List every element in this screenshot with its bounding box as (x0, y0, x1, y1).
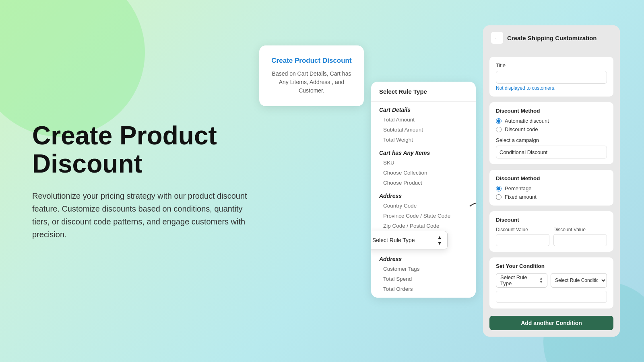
rule-item-total-weight[interactable]: Total Weight (371, 135, 476, 145)
rule-item-sku[interactable]: SKU (371, 158, 476, 168)
rule-item-subtotal-amount[interactable]: Subtotal Amount (371, 125, 476, 135)
automatic-discount-label: Automatic discount (505, 118, 549, 124)
shipping-header-title: Create Shipping Customization (507, 35, 597, 41)
rule-item-choose-collection[interactable]: Choose Collection (371, 168, 476, 178)
fixed-amount-label: Fixed amount (505, 194, 537, 200)
condition-row: Select Rule Type ▲ ▼ Select Rule Conditi… (496, 273, 607, 288)
automatic-discount-radio[interactable] (496, 118, 502, 124)
shipping-customization-card: ← Create Shipping Customization Title No… (483, 25, 620, 337)
rule-item-choose-product[interactable]: Choose Product (371, 178, 476, 188)
info-card-desc: Based on Cart Details, Cart has Any Lite… (269, 70, 354, 95)
discount-grid: Discount Value Discount Value (496, 227, 607, 246)
shipping-body: Title Not displayed to customers. Discou… (483, 50, 620, 337)
discount-code-radio[interactable] (496, 127, 502, 132)
set-condition-title: Set Your Condition (496, 263, 607, 269)
rule-item-zip-code[interactable]: Zip Code / Postal Code (371, 221, 476, 231)
rule-item-total-spend[interactable]: Total Spend (371, 274, 476, 284)
floating-select-label: Select Rule Type (372, 237, 433, 243)
rule-type-card: Select Rule Type Cart Details Total Amou… (371, 82, 476, 298)
section-address-customer: Address (371, 251, 476, 264)
discount-value-input2[interactable] (553, 234, 607, 246)
back-button[interactable]: ← (491, 32, 503, 44)
rule-item-customer-tags[interactable]: Customer Tags (371, 264, 476, 274)
section-cart-items: Cart has Any Items (371, 145, 476, 158)
hero-description: Revolutionize your pricing strategy with… (32, 189, 250, 241)
rule-type-arrows-icon: ▲ ▼ (539, 277, 543, 284)
section-address: Address (371, 188, 476, 201)
rule-type-header: Select Rule Type (371, 82, 476, 102)
discount-value-label1: Discount Value (496, 227, 549, 232)
automatic-discount-option[interactable]: Automatic discount (496, 118, 607, 124)
rule-item-total-orders[interactable]: Total Orders (371, 284, 476, 298)
discount-value-col1: Discount Value (496, 227, 549, 246)
discount-value-label2: Discount Value (553, 227, 607, 232)
discount-method2-section: Discount Method Percentage Fixed amount (489, 170, 613, 206)
fixed-amount-option[interactable]: Fixed amount (496, 194, 607, 200)
percentage-option[interactable]: Percentage (496, 185, 607, 191)
discount-value-input1[interactable] (496, 234, 549, 246)
rule-item-country-code[interactable]: Country Code (371, 201, 476, 211)
product-discount-info-card: Create Product Discount Based on Cart De… (259, 45, 364, 106)
select-arrows-icon: ▲ ▼ (437, 234, 442, 246)
hero-section: Create Product Discount Revolutionize yo… (32, 121, 250, 241)
discount-code-label: Discount code (505, 126, 538, 132)
condition-value-input[interactable] (496, 291, 607, 303)
campaign-input[interactable] (496, 146, 607, 158)
discount-code-option[interactable]: Discount code (496, 126, 607, 132)
title-label: Title (496, 62, 607, 68)
set-condition-section: Set Your Condition Select Rule Type ▲ ▼ … (489, 257, 613, 309)
title-input[interactable] (496, 71, 607, 84)
discount-section: Discount Discount Value Discount Value (489, 211, 613, 252)
discount-section-title: Discount (496, 217, 607, 223)
percentage-label: Percentage (505, 185, 532, 191)
back-icon: ← (494, 35, 500, 41)
rule-item-province-code[interactable]: Province Code / State Code (371, 211, 476, 221)
fixed-amount-radio[interactable] (496, 194, 502, 200)
discount-method2-label: Discount Method (496, 175, 607, 181)
condition-input-row (496, 291, 607, 303)
percentage-radio[interactable] (496, 186, 502, 191)
campaign-label: Select a campaign (496, 137, 607, 143)
discount-value-col2: Discount Value (553, 227, 607, 246)
discount-method2-radio-group: Percentage Fixed amount (496, 185, 607, 200)
discount-method-radio-group: Automatic discount Discount code (496, 118, 607, 132)
floating-select-rule-type[interactable]: Select Rule Type ▲ ▼ (371, 231, 448, 249)
rule-item-total-amount[interactable]: Total Amount (371, 115, 476, 125)
title-section: Title Not displayed to customers. (489, 57, 613, 97)
select-rule-type-button[interactable]: Select Rule Type ▲ ▼ (496, 273, 547, 288)
select-rule-condition-dropdown[interactable]: Select Rule Condition (551, 273, 607, 288)
hero-title: Create Product Discount (32, 121, 250, 178)
info-card-title: Create Product Discount (269, 57, 354, 65)
select-rule-type-label: Select Rule Type (500, 274, 539, 286)
bg-circle-top-left (0, 0, 145, 137)
add-condition-button[interactable]: Add another Condition (489, 316, 613, 330)
discount-method-label: Discount Method (496, 108, 607, 114)
title-note: Not displayed to customers. (496, 85, 607, 91)
section-cart-details: Cart Details (371, 102, 476, 115)
shipping-header: ← Create Shipping Customization (483, 25, 620, 50)
discount-method-section: Discount Method Automatic discount Disco… (489, 102, 613, 164)
